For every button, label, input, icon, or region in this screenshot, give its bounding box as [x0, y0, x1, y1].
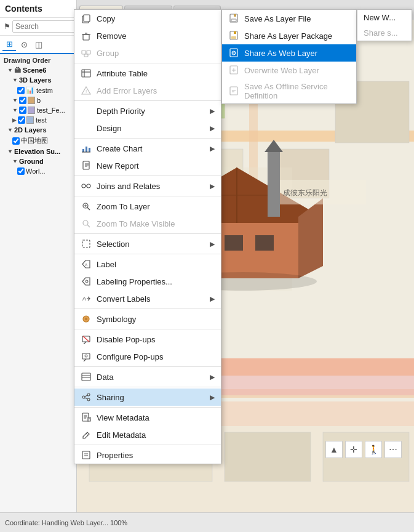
menu-remove[interactable]: Remove: [74, 27, 221, 44]
menu-label[interactable]: A Label: [74, 256, 221, 273]
svg-rect-76: [82, 353, 90, 359]
menu-attribute-table-label: Attribute Table: [97, 69, 148, 78]
menu-joins-relates[interactable]: Joins and Relates ▶: [74, 177, 221, 195]
share-web-layer-label: Share As Web Layer: [244, 49, 317, 58]
menu-zoom-layer[interactable]: Zoom To Layer: [74, 198, 221, 215]
zoom-visible-icon: [81, 218, 92, 229]
labeling-props-icon: [81, 276, 92, 287]
scene-icon-scene6: 🏔: [14, 66, 21, 74]
separator-4: [74, 175, 221, 176]
save-offline-icon: [228, 86, 239, 97]
separator-12: [74, 407, 221, 408]
menu-share-layer-pkg[interactable]: Share As Layer Package: [222, 27, 356, 44]
menu-zoom-visible-label: Zoom To Make Visible: [97, 219, 175, 228]
svg-text:A: A: [82, 296, 86, 302]
menu-configure-popups-label: Configure Pop-ups: [97, 352, 163, 361]
layer-item-test[interactable]: ▶ test: [0, 115, 76, 125]
layer-item-chinamap[interactable]: 中国地图: [0, 135, 76, 147]
menu-design[interactable]: Design ▶: [74, 119, 221, 137]
layer-item-scene6[interactable]: ▼ 🏔 Scene6: [0, 65, 76, 75]
test-swatch: [26, 116, 34, 124]
menu-labeling-props-label: Labeling Properties...: [97, 277, 172, 286]
layer-item-testm[interactable]: 📊 testm: [0, 85, 76, 95]
layer-item-2dlayers[interactable]: ▼ 2D Layers: [0, 125, 76, 135]
list-view-button[interactable]: ⊞: [2, 38, 16, 51]
layer-item-3dlayers[interactable]: ▼ 3D Layers: [0, 75, 76, 85]
svg-rect-27: [268, 149, 280, 217]
menu-create-chart[interactable]: Create Chart ▶: [74, 140, 221, 157]
menu-overwrite-web: Overwrite Web Layer: [222, 62, 356, 79]
cylinder-view-button[interactable]: ⊙: [17, 38, 31, 51]
layer-item-ground[interactable]: ▼ Ground: [0, 156, 76, 166]
ground-label: Ground: [19, 158, 44, 165]
menu-new-report[interactable]: New Report: [74, 157, 221, 174]
share-layer-pkg-label: Share As Layer Package: [244, 31, 332, 41]
separator-13: [74, 445, 221, 445]
filter-icon: ⚑: [4, 22, 10, 31]
menu-configure-popups[interactable]: Configure Pop-ups: [74, 348, 221, 365]
map-walk[interactable]: 🚶: [365, 441, 382, 458]
expand-ground: ▼: [12, 158, 18, 164]
menu-data-label: Data: [97, 373, 113, 382]
menu-disable-popups[interactable]: Disable Pop-ups: [74, 331, 221, 348]
menu-view-metadata[interactable]: View Metadata: [74, 409, 221, 426]
menu-share-s: Share s...: [357, 25, 412, 41]
svg-point-68: [86, 280, 88, 283]
separator-3: [74, 138, 221, 139]
menu-attribute-table[interactable]: Attribute Table: [74, 65, 221, 82]
search-input[interactable]: [12, 20, 77, 33]
expand-3dlayers: ▼: [12, 77, 18, 83]
zoom-layer-icon: [81, 201, 92, 212]
svg-point-78: [85, 355, 87, 357]
svg-rect-50: [86, 147, 87, 152]
disable-popups-icon: [81, 334, 92, 345]
map-zoom-up[interactable]: ▲: [325, 441, 343, 458]
menu-convert-labels[interactable]: A Convert Labels ▶: [74, 290, 221, 307]
menu-properties[interactable]: Properties: [74, 446, 221, 464]
svg-line-86: [85, 398, 87, 399]
test-checkbox[interactable]: [18, 116, 25, 124]
layers-view-button[interactable]: ◫: [32, 38, 46, 51]
map-more[interactable]: ⋯: [384, 441, 402, 458]
menu-share-web-layer[interactable]: Share As Web Layer: [222, 44, 356, 62]
layer-item-elevsu[interactable]: ▼ Elevation Su...: [0, 147, 76, 156]
contents-title: Contents: [0, 0, 76, 18]
menu-labeling-props[interactable]: Labeling Properties...: [74, 273, 221, 290]
edit-metadata-icon: [81, 429, 92, 440]
svg-line-85: [85, 395, 87, 397]
chinamap-checkbox[interactable]: [12, 137, 20, 145]
layer-item-testfea[interactable]: ▼ test_Fe...: [0, 105, 76, 115]
menu-new-w[interactable]: New W...: [357, 10, 412, 25]
layer-item-world[interactable]: Worl...: [0, 166, 76, 176]
svg-rect-41: [82, 50, 86, 54]
map-pan[interactable]: ✛: [345, 441, 362, 458]
world-checkbox[interactable]: [17, 167, 25, 175]
menu-copy[interactable]: Copy: [74, 10, 221, 27]
chinamap-label: 中国地图: [21, 136, 48, 145]
menu-symbology[interactable]: Symbology: [74, 310, 221, 328]
separator-6: [74, 233, 221, 234]
menu-edit-metadata[interactable]: Edit Metadata: [74, 426, 221, 443]
create-chart-icon: [81, 143, 92, 154]
expand-elevsu: ▼: [7, 148, 13, 155]
label-icon: A: [81, 259, 92, 270]
testm-icon: 📊: [26, 86, 34, 94]
layer-item-b[interactable]: ▼ b: [0, 95, 76, 105]
svg-text:!: !: [86, 89, 87, 94]
menu-data[interactable]: Data ▶: [74, 368, 221, 385]
svg-rect-66: [82, 240, 90, 248]
testfea-checkbox[interactable]: [19, 107, 26, 114]
svg-text:成彼东乐阳光: 成彼东乐阳光: [283, 188, 327, 197]
selection-icon: [81, 238, 92, 249]
menu-convert-labels-label: Convert Labels: [97, 294, 150, 304]
testm-checkbox[interactable]: [17, 87, 25, 94]
svg-text:A: A: [85, 263, 87, 267]
menu-save-layer-file[interactable]: Save As Layer File: [222, 10, 356, 27]
menu-selection[interactable]: Selection ▶: [74, 235, 221, 252]
b-checkbox[interactable]: [19, 97, 26, 104]
menu-sharing[interactable]: Sharing ▶: [74, 389, 221, 406]
joins-arrow: ▶: [210, 182, 215, 190]
overwrite-web-icon: [228, 65, 239, 76]
sharing-arrow: ▶: [210, 393, 215, 401]
menu-depth-priority[interactable]: Depth Priority ▶: [74, 102, 221, 119]
